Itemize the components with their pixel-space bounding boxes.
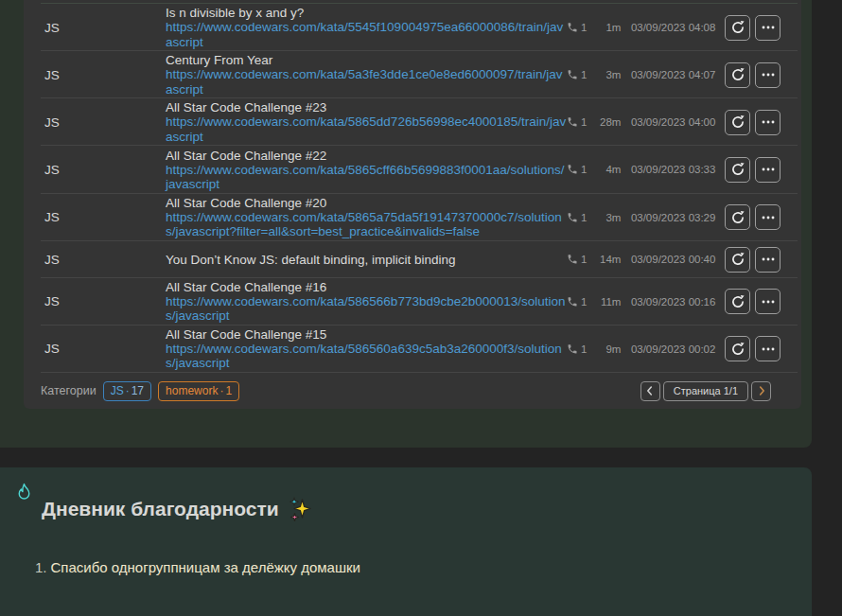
row-link[interactable]: https://www.codewars.com/kata/5545f10900… <box>166 20 567 49</box>
row-category: JS <box>41 253 166 267</box>
datetime: 03/09/2023 00:40 <box>621 254 715 265</box>
refresh-button[interactable] <box>725 157 750 183</box>
datetime: 03/09/2023 04:07 <box>621 69 715 80</box>
row-link[interactable]: https://www.codewars.com/kata/5865a75da5… <box>166 210 567 239</box>
chevron-left-icon <box>643 384 657 397</box>
table-row: JS All Star Code Challenge #20 https://w… <box>41 194 798 241</box>
refresh-button[interactable] <box>725 289 750 314</box>
call-count: 1 <box>581 116 587 128</box>
category-tag-js[interactable]: JS·17 <box>103 381 151 401</box>
links-card: JS Is n divisible by x and y? https://ww… <box>0 0 812 448</box>
row-title: All Star Code Challenge #22 <box>166 149 567 163</box>
row-meta: 1 28m 03/09/2023 04:00 <box>567 116 715 128</box>
refresh-button[interactable] <box>725 247 750 273</box>
tag-separator: · <box>219 384 223 398</box>
refresh-button[interactable] <box>725 62 750 88</box>
duration: 14m <box>588 254 621 265</box>
row-meta: 1 4m 03/09/2023 03:33 <box>567 164 715 175</box>
datetime: 03/09/2023 04:00 <box>621 116 715 128</box>
refresh-button[interactable] <box>725 15 750 41</box>
row-content: All Star Code Challenge #15 https://www.… <box>166 327 567 371</box>
tag-count: 17 <box>132 384 144 398</box>
prev-page-button[interactable] <box>640 381 660 401</box>
row-actions <box>725 289 781 314</box>
row-content: Is n divisible by x and y? https://www.c… <box>166 6 567 49</box>
row-link[interactable]: https://www.codewars.com/kata/586560a639… <box>166 342 567 371</box>
row-meta: 1 1m 03/09/2023 04:08 <box>567 22 715 33</box>
duration: 1m <box>588 22 621 33</box>
row-meta: 1 3m 03/09/2023 04:07 <box>567 69 715 80</box>
row-content: Century From Year https://www.codewars.c… <box>166 53 567 97</box>
row-title: All Star Code Challenge #15 <box>166 327 567 342</box>
call-count: 1 <box>581 343 587 355</box>
tag-name: JS <box>111 384 124 398</box>
list-item-text[interactable]: Спасибо одногруппницам за делёжку домашк… <box>51 559 360 575</box>
call-count: 1 <box>581 296 587 308</box>
row-title: You Don’t Know JS: default binding, impl… <box>166 253 567 267</box>
row-actions <box>725 247 781 273</box>
row-content: All Star Code Challenge #23 https://www.… <box>166 100 567 144</box>
datetime: 03/09/2023 03:33 <box>621 164 715 175</box>
refresh-button[interactable] <box>725 204 750 230</box>
datetime: 03/09/2023 04:08 <box>621 22 715 33</box>
duration: 4m <box>588 164 621 175</box>
phone-icon <box>567 116 578 128</box>
duration: 3m <box>588 69 621 80</box>
more-button[interactable] <box>755 247 781 273</box>
row-link[interactable]: https://www.codewars.com/kata/586566b773… <box>166 294 567 324</box>
chevron-right-icon <box>755 384 768 397</box>
row-actions <box>725 15 781 41</box>
call-count: 1 <box>581 212 587 223</box>
list-number: 1. <box>35 559 47 575</box>
more-button[interactable] <box>755 336 781 361</box>
row-link[interactable]: https://www.codewars.com/kata/5a3fe3dde1… <box>166 67 567 97</box>
page-indicator: Страница 1/1 <box>663 381 748 401</box>
row-content: All Star Code Challenge #16 https://www.… <box>166 280 567 324</box>
table-row: JS All Star Code Challenge #23 https://w… <box>41 98 798 146</box>
more-button[interactable] <box>755 110 781 135</box>
row-category: JS <box>41 342 166 356</box>
row-category: JS <box>41 21 166 35</box>
call-count: 1 <box>581 22 587 33</box>
datetime: 03/09/2023 03:29 <box>621 212 715 223</box>
more-button[interactable] <box>755 204 781 230</box>
row-title: All Star Code Challenge #20 <box>166 196 567 210</box>
row-category: JS <box>41 115 166 130</box>
more-button[interactable] <box>755 289 781 314</box>
more-button[interactable] <box>755 157 781 183</box>
next-page-button[interactable] <box>751 381 771 401</box>
row-actions <box>725 62 781 88</box>
sparkles-icon <box>288 497 311 522</box>
tag-count: 1 <box>225 384 232 398</box>
duration: 11m <box>588 296 621 308</box>
journal-card: Дневник благодарности 1.Спасибо одногруп… <box>0 467 812 616</box>
phone-icon <box>567 254 578 265</box>
tag-separator: · <box>126 384 130 398</box>
table-row: JS All Star Code Challenge #22 https://w… <box>41 146 798 193</box>
phone-icon <box>567 22 578 33</box>
row-category: JS <box>41 294 166 308</box>
row-category: JS <box>41 68 166 82</box>
row-link[interactable]: https://www.codewars.com/kata/5865cff66b… <box>166 163 567 192</box>
row-content: All Star Code Challenge #20 https://www.… <box>166 196 567 239</box>
phone-icon <box>567 343 578 355</box>
table-row: JS Is n divisible by x and y? https://ww… <box>41 4 798 51</box>
table-row: JS You Don’t Know JS: default binding, i… <box>41 241 798 278</box>
table-row: JS Century From Year https://www.codewar… <box>41 51 798 98</box>
row-link[interactable]: https://www.codewars.com/kata/5865dd726b… <box>166 114 567 144</box>
row-title: All Star Code Challenge #16 <box>166 280 567 294</box>
table-row: JS All Star Code Challenge #15 https://w… <box>41 326 798 373</box>
links-table: JS Is n divisible by x and y? https://ww… <box>24 0 801 409</box>
list-item: 1.Спасибо одногруппницам за делёжку дома… <box>35 558 360 577</box>
more-button[interactable] <box>755 62 781 88</box>
row-content: All Star Code Challenge #22 https://www.… <box>166 149 567 192</box>
category-tag-homework[interactable]: homework·1 <box>158 381 239 401</box>
row-content: You Don’t Know JS: default binding, impl… <box>166 253 567 267</box>
refresh-button[interactable] <box>725 336 750 361</box>
pagination: Страница 1/1 <box>640 381 771 401</box>
call-count: 1 <box>581 254 587 265</box>
row-meta: 1 14m 03/09/2023 00:40 <box>567 254 715 265</box>
refresh-button[interactable] <box>725 110 750 135</box>
more-button[interactable] <box>755 15 781 41</box>
row-title: Century From Year <box>166 53 567 67</box>
